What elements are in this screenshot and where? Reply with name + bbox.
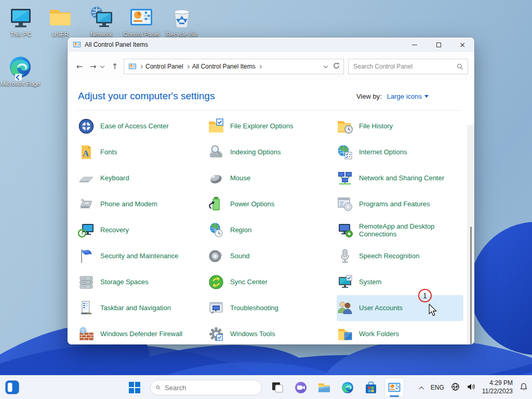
control-panel-items-grid: Ease of Access CenterFile Explorer Optio… — [78, 113, 463, 344]
desktop-icon-this-pc[interactable]: This PC — [1, 5, 41, 38]
address-dropdown-button[interactable] — [324, 62, 327, 71]
maximize-button[interactable] — [427, 37, 450, 52]
speech-recognition-icon — [337, 248, 353, 264]
breadcrumb-item-control-panel[interactable]: Control Panel — [145, 63, 183, 70]
refresh-button[interactable] — [332, 62, 340, 72]
volume-button[interactable] — [467, 382, 475, 393]
clock[interactable]: 4:29 PM 11/22/2023 — [482, 379, 513, 395]
window-titlebar[interactable]: All Control Panel Items × — [68, 37, 474, 52]
sync-center-icon — [208, 274, 224, 290]
cp-item-work-folders[interactable]: Work Folders — [337, 321, 463, 344]
cp-item-remoteapp-and-desktop-connections[interactable]: RemoteApp and Desktop Connections — [337, 217, 463, 243]
cp-item-keyboard[interactable]: Keyboard — [78, 165, 208, 191]
start-button[interactable] — [125, 378, 144, 397]
taskbar-search-input[interactable] — [165, 384, 256, 392]
search-input[interactable] — [349, 63, 457, 70]
breadcrumb[interactable]: Control Panel All Control Panel Items — [124, 59, 344, 74]
taskbar-app-task-view[interactable] — [268, 378, 287, 397]
cp-item-fonts[interactable]: AFonts — [78, 139, 208, 165]
notifications-button[interactable] — [520, 382, 528, 393]
cp-item-windows-tools[interactable]: Windows Tools — [208, 321, 337, 344]
vertical-scrollbar[interactable] — [467, 125, 474, 344]
cp-item-label: Windows Defender Firewall — [100, 330, 182, 338]
cp-item-network-and-sharing-center[interactable]: Network and Sharing Center — [337, 165, 463, 191]
page-title: Adjust your computer's settings — [78, 90, 215, 102]
scrollbar-thumb[interactable] — [470, 227, 472, 344]
cp-item-label: Speech Recognition — [359, 252, 419, 260]
language-indicator[interactable]: ENG — [431, 384, 444, 391]
cp-item-programs-and-features[interactable]: Programs and Features — [337, 191, 463, 217]
cp-item-label: System — [359, 278, 381, 286]
cp-item-recovery[interactable]: Recovery — [78, 217, 208, 243]
sound-icon — [208, 248, 224, 264]
cp-item-label: Indexing Options — [230, 148, 281, 156]
recent-pages-button[interactable] — [100, 62, 108, 71]
cp-item-power-options[interactable]: Power Options — [208, 191, 337, 217]
minimize-button[interactable] — [403, 37, 427, 52]
cp-item-taskbar-and-navigation[interactable]: Taskbar and Navigation — [78, 295, 208, 321]
dropdown-arrow-icon[interactable] — [424, 95, 429, 98]
ease-of-access-icon — [78, 118, 95, 135]
taskbar-search[interactable] — [150, 380, 262, 395]
forward-button[interactable]: → — [86, 62, 100, 71]
desktop-icon-control-panel[interactable]: Control Panel — [121, 5, 162, 38]
control-panel-window-icon — [73, 41, 81, 49]
desktop-icon-recycle-bin[interactable]: Recycle Bin — [162, 5, 202, 38]
security-maintenance-icon — [78, 248, 95, 264]
cp-item-internet-options[interactable]: Internet Options — [337, 139, 463, 165]
cp-item-windows-defender-firewall[interactable]: Windows Defender Firewall — [78, 321, 208, 344]
cp-item-label: File History — [359, 122, 393, 130]
cp-item-file-history[interactable]: File History — [337, 113, 463, 139]
cp-item-label: RemoteApp and Desktop Connections — [359, 222, 460, 238]
cp-item-label: Security and Maintenance — [100, 252, 178, 260]
desktop-icon-network[interactable]: Network — [81, 5, 122, 38]
up-button[interactable]: ↑ — [108, 62, 122, 71]
svg-text:A: A — [83, 149, 89, 158]
cp-item-user-accounts[interactable]: User Accounts — [337, 295, 463, 321]
edge-icon — [341, 381, 354, 394]
cp-item-ease-of-access-center[interactable]: Ease of Access Center — [78, 113, 208, 139]
network-button[interactable] — [451, 382, 460, 393]
keyboard-icon — [78, 170, 95, 187]
widgets-button[interactable] — [5, 380, 19, 394]
cp-item-security-and-maintenance[interactable]: Security and Maintenance — [78, 243, 208, 269]
control-panel-search[interactable] — [348, 59, 468, 74]
chat-icon — [294, 381, 308, 394]
cp-item-region[interactable]: Region — [208, 217, 337, 243]
taskbar: ENG 4:29 PM 11/22/2023 — [0, 375, 532, 399]
breadcrumb-item-all-items[interactable]: All Control Panel Items — [192, 63, 256, 70]
file-history-icon — [337, 118, 353, 135]
cp-item-file-explorer-options[interactable]: File Explorer Options — [208, 113, 337, 139]
cp-item-troubleshooting[interactable]: Troubleshooting — [208, 295, 337, 321]
tray-overflow-button[interactable] — [420, 383, 424, 392]
control-panel-window: All Control Panel Items × ← → ↑ Control … — [68, 37, 474, 344]
cp-item-sound[interactable]: Sound — [208, 243, 337, 269]
cp-item-system[interactable]: System — [337, 269, 463, 295]
header-separator — [77, 110, 461, 111]
desktop-icon-user[interactable]: USER — [40, 5, 81, 38]
taskbar-app-file-explorer[interactable] — [314, 378, 334, 397]
cp-item-label: Mouse — [230, 174, 250, 182]
cp-item-storage-spaces[interactable]: Storage Spaces — [78, 269, 208, 295]
back-button[interactable]: ← — [73, 62, 86, 71]
taskbar-app-edge[interactable] — [338, 378, 357, 397]
cp-item-indexing-options[interactable]: Indexing Options — [208, 139, 337, 165]
search-icon — [156, 384, 161, 391]
cp-item-speech-recognition[interactable]: Speech Recognition — [337, 243, 463, 269]
desktop-icon-microsoft-edge[interactable]: Microsoft Edge — [0, 55, 41, 87]
close-button[interactable]: × — [450, 37, 474, 52]
mouse-icon — [208, 170, 224, 187]
cp-item-sync-center[interactable]: Sync Center — [208, 269, 337, 295]
taskbar-app-chat[interactable] — [291, 378, 311, 397]
tray-date: 11/22/2023 — [482, 388, 513, 396]
view-by-dropdown[interactable]: Large icons — [387, 92, 422, 100]
cp-item-label: Windows Tools — [230, 330, 275, 338]
taskbar-app-control-panel[interactable] — [384, 378, 404, 397]
taskbar-app-store[interactable] — [361, 378, 381, 397]
storage-spaces-icon — [78, 274, 95, 290]
cp-item-mouse[interactable]: Mouse — [208, 165, 337, 191]
windows-tools-icon — [208, 326, 224, 342]
cp-item-phone-and-modem[interactable]: Phone and Modem — [78, 191, 208, 217]
control-panel-icon — [129, 5, 154, 30]
programs-features-icon — [337, 196, 353, 212]
